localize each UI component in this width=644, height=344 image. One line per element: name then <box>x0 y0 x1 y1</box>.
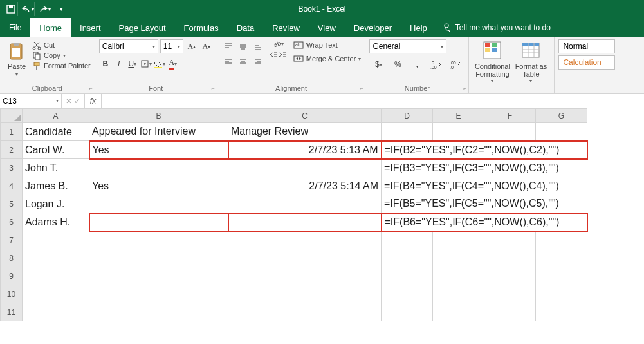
name-box[interactable]: C13▾ <box>0 94 62 108</box>
undo-icon[interactable]: ▾ <box>21 2 35 16</box>
style-normal[interactable]: Normal <box>558 39 615 53</box>
currency-button[interactable]: $▾ <box>369 57 387 72</box>
cell-G8[interactable] <box>536 249 587 267</box>
cell-E9[interactable] <box>433 267 484 285</box>
format-as-table-button[interactable]: Format as Table▾ <box>511 39 550 84</box>
cell-B4[interactable]: Yes <box>89 177 228 195</box>
column-header-D[interactable]: D <box>382 109 433 123</box>
row-header-8[interactable]: 8 <box>1 249 23 267</box>
row-header-6[interactable]: 6 <box>1 213 23 231</box>
row-header-4[interactable]: 4 <box>1 177 23 195</box>
enter-icon[interactable]: ✓ <box>74 97 80 106</box>
cell-A2[interactable]: Carol W. <box>23 141 89 159</box>
cell-E1[interactable] <box>433 123 484 141</box>
cell-B3[interactable] <box>89 159 228 177</box>
tab-insert[interactable]: Insert <box>71 18 110 37</box>
font-size-select[interactable]: 11▾ <box>160 39 183 53</box>
row-header-1[interactable]: 1 <box>1 123 23 141</box>
cell-C6[interactable] <box>228 213 382 231</box>
tab-file[interactable]: File <box>0 18 30 37</box>
cell-D10[interactable] <box>382 285 433 303</box>
row-header-3[interactable]: 3 <box>1 159 23 177</box>
cell-C5[interactable] <box>228 195 382 213</box>
cell-B5[interactable] <box>89 195 228 213</box>
tab-page-layout[interactable]: Page Layout <box>110 18 175 37</box>
cell-F8[interactable] <box>484 249 536 267</box>
merge-center-button[interactable]: Merge & Center ▾ <box>293 53 362 64</box>
cell-C11[interactable] <box>228 303 382 321</box>
column-header-G[interactable]: G <box>536 109 587 123</box>
cell-B2[interactable]: Yes <box>89 141 228 159</box>
cell-D3[interactable]: =IF(B3="YES",IF(C3="",NOW(),C3),"") <box>382 159 587 177</box>
align-left-button[interactable] <box>221 54 235 68</box>
cancel-icon[interactable]: ✕ <box>66 97 72 106</box>
copy-button[interactable]: Copy ▾ <box>32 51 91 60</box>
increase-decimal-button[interactable]: .0.00 <box>427 57 445 72</box>
cell-F11[interactable] <box>484 303 536 321</box>
cell-B6[interactable] <box>89 213 228 231</box>
cell-C7[interactable] <box>228 231 382 249</box>
increase-indent-button[interactable] <box>278 50 287 59</box>
cell-D5[interactable]: =IF(B5="YES",IF(C5="",NOW(),C5),"") <box>382 195 587 213</box>
paste-button[interactable]: Paste ▾ <box>4 39 30 77</box>
align-bottom-button[interactable] <box>251 39 265 53</box>
cell-A11[interactable] <box>23 303 89 321</box>
align-center-button[interactable] <box>236 54 250 68</box>
row-header-2[interactable]: 2 <box>1 141 23 159</box>
cell-G9[interactable] <box>536 267 587 285</box>
tab-review[interactable]: Review <box>263 18 309 37</box>
fill-color-button[interactable]: ▾ <box>153 57 166 70</box>
bold-button[interactable]: B <box>99 57 112 70</box>
format-painter-button[interactable]: Format Painter <box>32 61 91 70</box>
cell-F10[interactable] <box>484 285 536 303</box>
cell-C10[interactable] <box>228 285 382 303</box>
cell-D7[interactable] <box>382 231 433 249</box>
font-name-select[interactable]: Calibri▾ <box>99 39 158 53</box>
cell-E11[interactable] <box>433 303 484 321</box>
column-header-A[interactable]: A <box>23 109 89 123</box>
cell-D9[interactable] <box>382 267 433 285</box>
conditional-formatting-button[interactable]: Conditional Formatting▾ <box>473 39 511 84</box>
cell-D8[interactable] <box>382 249 433 267</box>
wrap-text-button[interactable]: ab Wrap Text <box>293 39 362 51</box>
alignment-launcher-icon[interactable]: ⌐ <box>360 85 363 91</box>
cell-G7[interactable] <box>536 231 587 249</box>
cell-A10[interactable] <box>23 285 89 303</box>
row-header-5[interactable]: 5 <box>1 195 23 213</box>
decrease-font-size-button[interactable]: A▾ <box>200 40 213 53</box>
underline-button[interactable]: U▾ <box>126 57 139 70</box>
decrease-decimal-button[interactable]: .00.0 <box>446 57 465 72</box>
cell-D4[interactable]: =IF(B4="YES",IF(C4="",NOW(),C4),"") <box>382 177 587 195</box>
percent-button[interactable]: % <box>389 57 407 72</box>
tab-help[interactable]: Help <box>401 18 436 37</box>
cell-A3[interactable]: John T. <box>23 159 89 177</box>
redo-icon[interactable]: ▾ <box>37 2 51 16</box>
number-launcher-icon[interactable]: ⌐ <box>463 85 466 91</box>
cell-C1[interactable]: Manager Review <box>228 123 382 141</box>
cell-E10[interactable] <box>433 285 484 303</box>
cell-C2[interactable]: 2/7/23 5:13 AM <box>228 141 382 159</box>
qat-customize-icon[interactable]: ▾ <box>54 2 68 16</box>
tab-home[interactable]: Home <box>30 18 71 37</box>
cell-B10[interactable] <box>89 285 228 303</box>
cell-F1[interactable] <box>484 123 536 141</box>
cell-F7[interactable] <box>484 231 536 249</box>
borders-button[interactable]: ▾ <box>140 57 152 70</box>
comma-button[interactable]: , <box>408 57 426 72</box>
cell-A7[interactable] <box>23 231 89 249</box>
save-icon[interactable] <box>4 2 18 16</box>
cell-D2[interactable]: =IF(B2="YES",IF(C2="",NOW(),C2),"") <box>382 141 587 159</box>
align-right-button[interactable] <box>251 54 265 68</box>
cell-G11[interactable] <box>536 303 587 321</box>
cell-A1[interactable]: Candidate <box>23 123 89 141</box>
orientation-button[interactable]: ab▾ <box>269 39 287 48</box>
row-header-9[interactable]: 9 <box>1 267 23 285</box>
cell-A4[interactable]: James B. <box>23 177 89 195</box>
increase-font-size-button[interactable]: A▴ <box>185 40 198 53</box>
cell-E7[interactable] <box>433 231 484 249</box>
number-format-select[interactable]: General▾ <box>369 39 446 53</box>
row-header-7[interactable]: 7 <box>1 231 23 249</box>
select-all-corner[interactable] <box>1 109 23 123</box>
cell-E8[interactable] <box>433 249 484 267</box>
cell-B7[interactable] <box>89 231 228 249</box>
